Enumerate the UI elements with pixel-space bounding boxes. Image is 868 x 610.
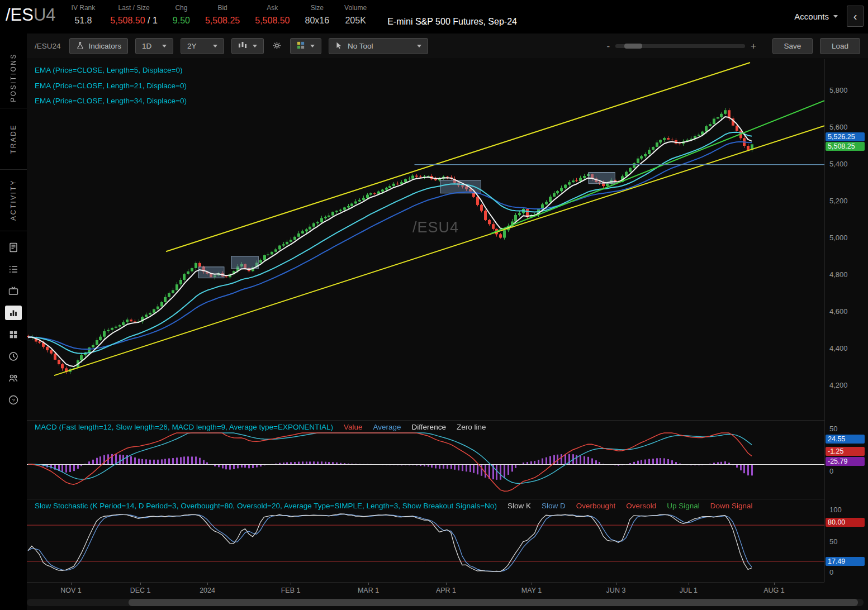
zoom-control: - + (606, 41, 756, 52)
zoom-slider-thumb[interactable] (624, 44, 642, 49)
stoch-legend-slowk: Slow K (507, 502, 531, 510)
indicators-icon (76, 41, 84, 51)
accounts-dropdown[interactable]: Accounts (794, 12, 838, 21)
time-axis-label: 2024 (200, 587, 215, 594)
stochastic-canvas[interactable] (27, 499, 824, 583)
chart-settings-button[interactable] (271, 38, 283, 54)
layout-grid-select[interactable] (290, 38, 321, 54)
ema-5-label[interactable]: EMA (Price=CLOSE, Length=5, Displace=0) (35, 63, 187, 78)
stoch-legend-oversold: Oversold (626, 502, 656, 510)
worksheet-icon[interactable] (5, 240, 22, 255)
list-icon[interactable] (5, 262, 22, 277)
price-axis-label: 5,800 (829, 86, 848, 94)
left-sidebar: POSITIONS TRADE ACTIVITY (0, 34, 27, 610)
quote-header: /ESU4 IV Rank 51.8 Last / Size 5,508.50 … (0, 0, 868, 34)
macd-legend: MACD (Fast length=12, Slow length=26, MA… (35, 423, 486, 431)
people-icon[interactable] (5, 371, 22, 385)
indicators-button[interactable]: Indicators (69, 38, 129, 54)
gear-icon (272, 41, 282, 52)
macd-study-label[interactable]: MACD (Fast length=12, Slow length=26, MA… (35, 423, 333, 431)
price-axis-label: 5,200 (829, 197, 848, 205)
field-label: Size (305, 4, 330, 12)
chart-style-select[interactable] (231, 38, 264, 54)
field-last-size: Last / Size 5,508.50 / 1 (110, 4, 158, 26)
time-axis-tickmark (291, 583, 291, 585)
sidebar-tab-activity[interactable]: ACTIVITY (0, 170, 27, 231)
range-select[interactable]: 2Y (181, 38, 224, 54)
symbol-title: /ESU4 (6, 5, 56, 25)
save-button[interactable]: Save (772, 38, 813, 54)
time-axis-tickmark (368, 583, 369, 585)
field-chg: Chg 9.50 (173, 4, 190, 26)
macd-average-badge: 24.55 (826, 435, 865, 444)
time-axis-label: JUL 1 (680, 587, 698, 594)
stochastic-study-label[interactable]: Slow Stochastic (K Period=14, D Period=3… (35, 502, 497, 510)
stoch-legend-downsignal: Down Signal (710, 502, 753, 510)
stochastic-panel: Slow Stochastic (K Period=14, D Period=3… (27, 499, 824, 582)
clock-icon[interactable] (5, 349, 22, 364)
field-ask: Ask 5,508.50 (255, 4, 290, 26)
macd-difference-badge: -25.79 (826, 457, 865, 466)
symbol-watermark: /ESU4 (412, 219, 459, 236)
chevron-down-icon (162, 45, 167, 47)
field-label: Chg (173, 4, 190, 12)
symbol-root: /ES (6, 5, 34, 25)
sidebar-tab-positions[interactable]: POSITIONS (0, 47, 27, 108)
zoom-slider[interactable] (615, 44, 745, 48)
chart-icon[interactable] (5, 306, 22, 320)
svg-text:?: ? (12, 397, 15, 403)
macd-axis-label: 50 (829, 425, 837, 433)
time-axis: NOV 1DEC 12024FEB 1MAR 1APR 1MAY 1JUN 3J… (27, 582, 824, 597)
price-axis-label: 4,200 (829, 381, 848, 389)
price-chart-canvas[interactable] (27, 59, 824, 418)
load-button[interactable]: Load (820, 38, 860, 54)
macd-value-badge: -1.25 (826, 447, 865, 456)
last-size: / 1 (145, 16, 158, 25)
tv-icon[interactable] (5, 284, 22, 298)
scrollbar-thumb[interactable] (129, 599, 858, 606)
sidebar-tabs: POSITIONS TRADE ACTIVITY (0, 34, 27, 231)
stoch-legend-overbought: Overbought (576, 502, 616, 510)
field-iv-rank: IV Rank 51.8 (72, 4, 96, 26)
field-label: Ask (255, 4, 290, 12)
stoch-axis-label: 50 (829, 537, 837, 546)
zoom-in-button[interactable]: + (751, 41, 756, 52)
time-axis-tickmark (207, 583, 208, 585)
candlestick-style-icon (238, 41, 247, 51)
macd-legend-value: Value (344, 423, 363, 431)
timeframe-value: 1D (142, 42, 151, 50)
chart-scrollbar[interactable] (27, 599, 864, 606)
time-axis-tickmark (140, 583, 141, 585)
stochastic-legend: Slow Stochastic (K Period=14, D Period=3… (35, 502, 753, 510)
field-label: Volume (344, 4, 367, 12)
time-axis-tickmark (689, 583, 689, 585)
grid-icon[interactable] (5, 327, 22, 342)
ema-34-label[interactable]: EMA (Price=CLOSE, Length=34, Displace=0) (35, 93, 187, 109)
time-axis-label: NOV 1 (60, 587, 82, 594)
time-axis-tickmark (616, 583, 616, 585)
drawing-tool-select[interactable]: No Tool (329, 38, 428, 54)
stoch-value-badge: 17.49 (826, 557, 865, 566)
stoch-overbought-badge: 80.00 (826, 518, 865, 527)
layout-grid-icon (297, 41, 305, 51)
stoch-legend-upsignal: Up Signal (667, 502, 700, 510)
sidebar-tab-trade[interactable]: TRADE (0, 108, 27, 170)
field-value: 5,508.50 (255, 16, 290, 26)
zoom-out-button[interactable]: - (606, 41, 610, 52)
time-axis-label: APR 1 (436, 587, 456, 594)
stoch-axis-label: 100 (829, 506, 842, 514)
chevron-down-icon (417, 45, 421, 47)
time-axis-label: AUG 1 (763, 587, 785, 594)
ema-21-label[interactable]: EMA (Price=CLOSE, Length=21, Displace=0) (35, 78, 187, 94)
macd-legend-average: Average (373, 423, 401, 431)
chevron-down-icon (213, 45, 217, 47)
collapse-panel-button[interactable]: ‹ (847, 6, 864, 27)
timeframe-select[interactable]: 1D (135, 38, 173, 54)
time-axis-label: JUN 3 (606, 587, 626, 594)
last-price-badge: 5,508.25 (826, 142, 865, 151)
macd-canvas[interactable] (27, 421, 824, 498)
time-axis-tickmark (774, 583, 775, 585)
symbol-contract: U4 (34, 5, 56, 25)
help-icon[interactable]: ? (5, 393, 22, 407)
time-axis-label: MAY 1 (521, 587, 542, 594)
